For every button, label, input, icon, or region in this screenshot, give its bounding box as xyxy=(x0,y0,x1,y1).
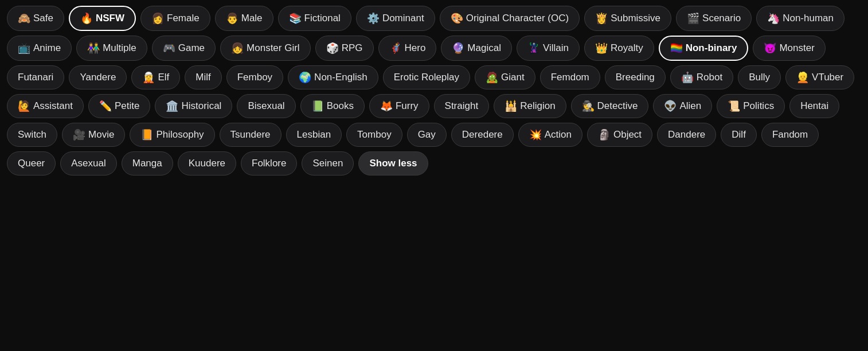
tag-lesbian[interactable]: Lesbian xyxy=(286,123,342,147)
tag-philosophy[interactable]: 📙Philosophy xyxy=(130,123,214,147)
tag-milf[interactable]: Milf xyxy=(185,65,221,89)
fictional-emoji: 📚 xyxy=(289,13,302,24)
tag-royalty[interactable]: 👑Royalty xyxy=(584,36,654,61)
female-label: Female xyxy=(167,13,200,24)
tag-assistant[interactable]: 🙋Assistant xyxy=(7,94,84,118)
tag-submissive[interactable]: 👸Submissive xyxy=(584,6,671,31)
tag-fandom[interactable]: Fandom xyxy=(761,123,819,147)
bisexual-label: Bisexual xyxy=(248,100,284,112)
tag-femboy[interactable]: Femboy xyxy=(226,65,283,89)
tag-asexual[interactable]: Asexual xyxy=(60,151,116,176)
safe-emoji: 🙈 xyxy=(18,13,30,24)
books-label: Books xyxy=(327,100,354,112)
tag-eroticroleplay[interactable]: Erotic Roleplay xyxy=(383,65,470,89)
anime-emoji: 📺 xyxy=(18,43,30,53)
tag-historical[interactable]: 🏛️Historical xyxy=(155,94,232,118)
tag-oc[interactable]: 🎨Original Character (OC) xyxy=(440,6,580,31)
tag-magical[interactable]: 🔮Magical xyxy=(441,36,512,61)
tag-vtuber[interactable]: 👱VTuber xyxy=(785,65,854,89)
tag-seinen[interactable]: Seinen xyxy=(302,151,354,176)
tag-deredere[interactable]: Deredere xyxy=(451,123,514,147)
femdom-label: Femdom xyxy=(551,72,589,83)
tag-nonbinary[interactable]: 🏳️‍🌈Non-binary xyxy=(659,36,749,61)
tag-elf[interactable]: 🧝Elf xyxy=(131,65,180,89)
tag-manga[interactable]: Manga xyxy=(122,151,173,176)
magical-emoji: 🔮 xyxy=(452,43,464,53)
tag-gay[interactable]: Gay xyxy=(407,123,447,147)
tag-straight[interactable]: Straight xyxy=(434,94,490,118)
tag-dominant[interactable]: ⚙️Dominant xyxy=(356,6,435,31)
religion-emoji: 🕌 xyxy=(505,101,517,111)
tag-game[interactable]: 🎮Game xyxy=(152,36,216,61)
tag-female[interactable]: 👩Female xyxy=(140,6,210,31)
robot-label: Robot xyxy=(697,72,722,83)
tag-robot[interactable]: 🤖Robot xyxy=(670,65,733,89)
monster-emoji: 😈 xyxy=(764,43,776,53)
tag-furry[interactable]: 🦊Furry xyxy=(369,94,429,118)
furry-emoji: 🦊 xyxy=(380,101,393,111)
historical-label: Historical xyxy=(181,100,221,112)
alien-emoji: 👽 xyxy=(664,101,677,111)
tag-futanari[interactable]: Futanari xyxy=(7,65,64,89)
tag-petite[interactable]: ✏️Petite xyxy=(88,94,150,118)
tag-alien[interactable]: 👽Alien xyxy=(653,94,712,118)
tag-safe[interactable]: 🙈Safe xyxy=(7,6,64,31)
tag-multiple[interactable]: 👫Multiple xyxy=(76,36,147,61)
tag-male[interactable]: 👨Male xyxy=(215,6,273,31)
tag-femdom[interactable]: Femdom xyxy=(540,65,600,89)
tag-nonhuman[interactable]: 🦄Non-human xyxy=(756,6,844,31)
tag-politics[interactable]: 📜Politics xyxy=(717,94,785,118)
tag-queer[interactable]: Queer xyxy=(7,151,56,176)
tag-kuudere[interactable]: Kuudere xyxy=(178,151,236,176)
furry-label: Furry xyxy=(396,100,419,112)
tag-showless[interactable]: Show less xyxy=(358,151,428,176)
tag-detective[interactable]: 🕵️Detective xyxy=(571,94,649,118)
male-emoji: 👨 xyxy=(226,13,238,24)
tag-bully[interactable]: Bully xyxy=(738,65,781,89)
robot-emoji: 🤖 xyxy=(681,72,694,83)
petite-label: Petite xyxy=(115,100,139,112)
tag-rpg[interactable]: 🎲RPG xyxy=(315,36,374,61)
tag-dilf[interactable]: Dilf xyxy=(721,123,757,147)
tag-action[interactable]: 💥Action xyxy=(518,123,582,147)
tag-hentai[interactable]: Hentai xyxy=(789,94,839,118)
tag-movie[interactable]: 🎥Movie xyxy=(62,123,125,147)
tag-monstergirl[interactable]: 👧Monster Girl xyxy=(220,36,311,61)
submissive-emoji: 👸 xyxy=(595,13,608,24)
tag-villain[interactable]: 🦹Villain xyxy=(517,36,580,61)
tag-switch[interactable]: Switch xyxy=(7,123,57,147)
tag-dandere[interactable]: Dandere xyxy=(657,123,716,147)
action-emoji: 💥 xyxy=(529,130,542,140)
tag-tomboy[interactable]: Tomboy xyxy=(346,123,402,147)
object-label: Object xyxy=(613,129,642,141)
tag-religion[interactable]: 🕌Religion xyxy=(494,94,566,118)
tag-hero[interactable]: 🦸Hero xyxy=(378,36,437,61)
folklore-label: Folklore xyxy=(252,158,286,169)
giant-label: Giant xyxy=(501,72,525,83)
tag-anime[interactable]: 📺Anime xyxy=(7,36,72,61)
nonhuman-label: Non-human xyxy=(783,13,834,24)
tag-breeding[interactable]: Breeding xyxy=(605,65,666,89)
tag-object[interactable]: 🗿Object xyxy=(587,123,652,147)
tag-nonenglish[interactable]: 🌍Non-English xyxy=(288,65,378,89)
tag-monster[interactable]: 😈Monster xyxy=(753,36,825,61)
tag-folklore[interactable]: Folklore xyxy=(241,151,297,176)
tag-nsfw[interactable]: 🔥NSFW xyxy=(69,6,136,31)
giant-emoji: 🧟 xyxy=(486,72,498,83)
submissive-label: Submissive xyxy=(611,13,660,24)
hero-label: Hero xyxy=(405,42,426,54)
tag-bisexual[interactable]: Bisexual xyxy=(237,94,295,118)
tag-yandere[interactable]: Yandere xyxy=(69,65,127,89)
seinen-label: Seinen xyxy=(312,158,343,169)
tomboy-label: Tomboy xyxy=(357,129,392,141)
philosophy-label: Philosophy xyxy=(156,129,204,141)
male-label: Male xyxy=(241,13,263,24)
fandom-label: Fandom xyxy=(772,129,808,141)
tag-fictional[interactable]: 📚Fictional xyxy=(278,6,351,31)
tag-tsundere[interactable]: Tsundere xyxy=(220,123,281,147)
tag-books[interactable]: 📗Books xyxy=(300,94,365,118)
monstergirl-label: Monster Girl xyxy=(247,42,300,54)
tag-giant[interactable]: 🧟Giant xyxy=(475,65,535,89)
tag-scenario[interactable]: 🎬Scenario xyxy=(676,6,752,31)
tsundere-label: Tsundere xyxy=(230,129,271,141)
